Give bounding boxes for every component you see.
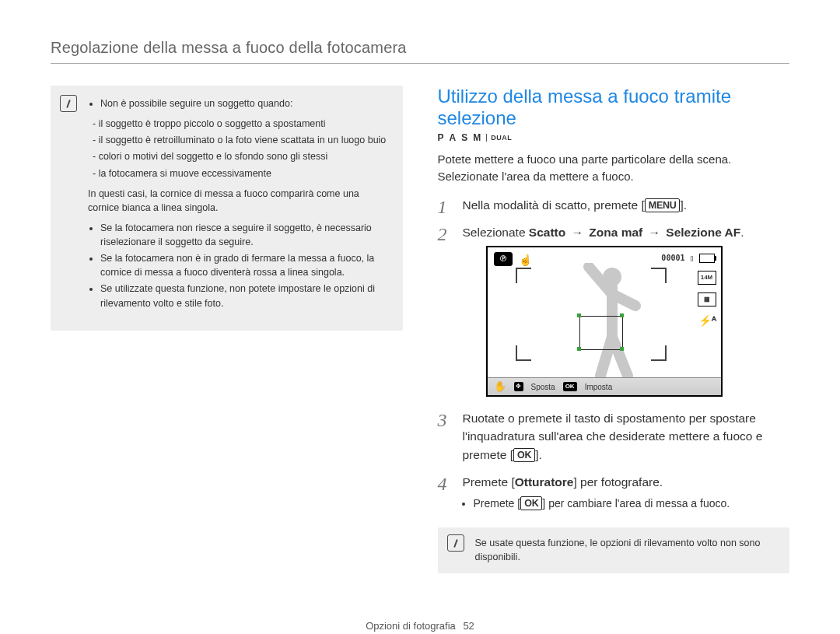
note-bullet: Se la fotocamera non è in grado di ferma… [100, 251, 390, 279]
focus-handle-icon [577, 347, 581, 351]
step-text: ] per fotografare. [574, 475, 663, 489]
two-column-layout: Non è possibile seguire un soggetto quan… [51, 86, 789, 573]
page-title: Regolazione della messa a fuoco della fo… [51, 39, 789, 64]
manual-page: Regolazione della messa a fuoco della fo… [0, 0, 840, 634]
sub-text: ] per cambiare l'area di messa a fuoco. [542, 497, 730, 510]
step-2: Selezionate Scatto → Zona maf → Selezion… [438, 223, 790, 397]
step-text: Nella modalità di scatto, premete [ [463, 198, 645, 212]
footer-section: Opzioni di fotografia [366, 620, 456, 632]
note-box-small: Se usate questa funzione, le opzioni di … [438, 527, 790, 573]
camera-lcd-illustration: ☝ 00001 ▯ 14M ▦ ⚡ᴬ [486, 246, 723, 397]
note-paragraph: In questi casi, la cornice di messa a fu… [88, 187, 390, 215]
step-text: ]. [680, 198, 687, 212]
menu-button-label: MENU [645, 198, 681, 212]
step-4: Premete [Otturatore] per fotografare. Pr… [438, 473, 790, 512]
page-footer: Opzioni di fotografia 52 [51, 620, 789, 632]
flash-auto-icon: ⚡ᴬ [699, 314, 716, 327]
lcd-bottom-bar: ✋ ✥ Sposta OK Imposta [488, 377, 721, 395]
right-column: Utilizzo della messa a fuoco tramite sel… [438, 86, 790, 573]
battery-icon [699, 254, 715, 263]
shot-counter: 00001 [661, 252, 684, 264]
ok-button-label: OK [513, 448, 535, 462]
mode-p: P [438, 132, 445, 143]
menu-path-item: Scatto [529, 226, 565, 239]
sd-card-icon: ▯ [689, 252, 694, 264]
mode-dial-icon [494, 252, 513, 266]
mode-m: M [473, 132, 481, 143]
arrow-icon: → [565, 226, 589, 239]
step-text: . [740, 226, 744, 239]
dpad-icon: ✥ [514, 382, 523, 391]
mode-indicator-row: P A S M DUAL [438, 132, 790, 143]
note-dash-item: la fotocamera si muove eccessivamente [93, 166, 390, 180]
step-text: Selezionate [463, 226, 529, 239]
note-icon [60, 95, 77, 112]
steps-list: Nella modalità di scatto, premete [MENU]… [438, 196, 790, 513]
af-bracket-icon [651, 345, 667, 361]
page-number: 52 [463, 620, 474, 632]
note-dash-item: colori o motivi del soggetto e lo sfondo… [93, 149, 390, 163]
set-label: Imposta [585, 381, 613, 393]
note-dash-item: il soggetto è retroilluminato o la foto … [93, 133, 390, 147]
mode-s: S [461, 132, 468, 143]
menu-path-item: Zona maf [589, 226, 642, 239]
focus-handle-icon [577, 313, 581, 317]
shutter-label: Otturatore [515, 475, 574, 489]
mode-dual: DUAL [486, 134, 512, 142]
note-bullet: Se la fotocamera non riesce a seguire il… [100, 221, 390, 249]
touch-icon: ☝ [519, 252, 532, 268]
focus-handle-icon [620, 347, 624, 351]
stabilizer-icon: ✋ [494, 379, 506, 394]
note-dash-item: il soggetto è troppo piccolo o soggetto … [93, 117, 390, 131]
note-bullet: Se utilizzate questa funzione, non potet… [100, 282, 390, 310]
step-1: Nella modalità di scatto, premete [MENU]… [438, 196, 790, 214]
left-column: Non è possibile seguire un soggetto quan… [51, 86, 403, 573]
svg-point-2 [631, 301, 640, 310]
focus-rectangle [579, 316, 623, 350]
section-heading: Utilizzo della messa a fuoco tramite sel… [438, 86, 790, 129]
mode-a: A [450, 132, 457, 143]
move-label: Sposta [531, 381, 555, 393]
af-bracket-icon [516, 268, 531, 283]
step-text: Premete [ [463, 475, 515, 489]
note-icon [447, 534, 464, 552]
note-text: Se usate questa funzione, le opzioni di … [475, 538, 761, 562]
af-bracket-icon [516, 345, 531, 361]
lcd-top-bar: 00001 ▯ [661, 252, 714, 264]
step-3: Ruotate o premete il tasto di spostament… [438, 409, 790, 464]
quality-grid-icon: ▦ [698, 292, 716, 306]
menu-path-item: Selezione AF [666, 226, 740, 239]
sub-text: Premete [ [474, 497, 521, 510]
lcd-side-icons: 14M ▦ ⚡ᴬ [698, 271, 716, 327]
sub-bullet: Premete [OK] per cambiare l'area di mess… [474, 496, 790, 512]
resolution-icon: 14M [698, 271, 716, 285]
ok-button-label: OK [520, 496, 542, 510]
focus-handle-icon [620, 313, 624, 317]
arrow-icon: → [642, 226, 666, 239]
note-bullet: Non è possibile seguire un soggetto quan… [100, 96, 390, 110]
intro-text: Potete mettere a fuoco una parte partico… [438, 151, 790, 185]
ok-key-icon: OK [563, 382, 577, 391]
step-text: ]. [535, 448, 542, 461]
step-text: Ruotate o premete il tasto di spostament… [463, 412, 763, 461]
note-box: Non è possibile seguire un soggetto quan… [51, 86, 403, 331]
af-bracket-icon [651, 268, 667, 283]
